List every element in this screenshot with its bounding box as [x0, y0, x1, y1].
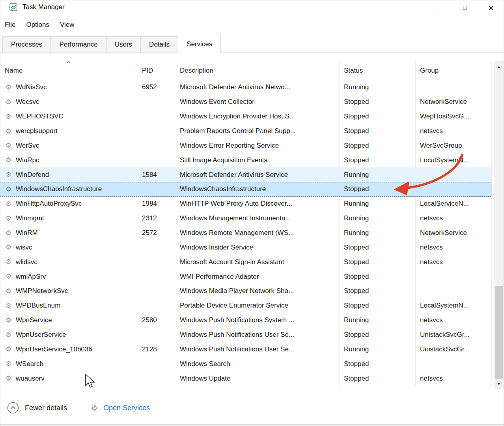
column-header-description[interactable]: Description [175, 61, 339, 80]
service-row[interactable]: ⚙WinRM2572Windows Remote Management (WS.… [0, 226, 491, 240]
menu-item-options[interactable]: Options [26, 21, 49, 29]
service-description-cell: Windows Push Notifications System ... [175, 313, 339, 328]
tab-processes[interactable]: Processes [2, 36, 51, 53]
tab-performance[interactable]: Performance [50, 36, 106, 53]
title-bar: Task Manager — □ × [0, 0, 504, 16]
service-row[interactable]: ⚙WSearchWindows SearchStopped [0, 357, 491, 371]
service-name-cell: ⚙Winmgmt [0, 211, 137, 226]
service-group: netsvcs [420, 375, 443, 383]
service-pid-cell [137, 298, 175, 313]
service-status-cell: Stopped [339, 95, 415, 109]
service-row[interactable]: ⚙WpnUserService_10b0362128Windows Push N… [0, 342, 491, 357]
service-row[interactable]: ⚙WindowsChaosInfrastructureWindowsChaosI… [0, 182, 491, 197]
service-row[interactable]: ⚙Winmgmt2312Windows Management Instrumen… [0, 211, 491, 226]
service-group: WerSvcGroup [420, 142, 462, 150]
service-gear-icon: ⚙ [6, 272, 16, 281]
service-status: Stopped [344, 156, 369, 164]
service-row[interactable]: ⚙WerSvcWindows Error Reporting ServiceSt… [0, 138, 491, 153]
scrollbar-down-button[interactable]: ▼ [494, 379, 504, 389]
service-row[interactable]: ⚙WpnUserServiceWindows Push Notification… [0, 328, 491, 342]
service-description-cell: Windows Encryption Provider Host S... [175, 109, 339, 124]
service-status: Stopped [344, 287, 369, 295]
service-name-cell: ⚙wercplsupport [0, 124, 137, 139]
service-pid-cell [137, 124, 175, 139]
service-description: Windows Encryption Provider Host S... [180, 113, 295, 120]
column-header-pid[interactable]: PID [137, 61, 175, 80]
tab-details[interactable]: Details [140, 36, 178, 53]
service-description-cell: Windows Insider Service [175, 240, 339, 255]
minimize-icon: — [436, 5, 442, 11]
sort-ascending-indicator: ^ [67, 60, 71, 66]
open-services-label: Open Services [103, 404, 150, 412]
minimize-button[interactable]: — [426, 0, 452, 16]
service-name: Winmgmt [16, 214, 44, 222]
service-name-cell: ⚙Wecsvc [0, 95, 137, 109]
column-header-group[interactable]: Group [415, 61, 491, 80]
service-row[interactable]: ⚙WinHttpAutoProxySvc1984WinHTTP Web Prox… [0, 197, 491, 211]
service-status: Stopped [344, 360, 369, 368]
column-label: PID [142, 67, 153, 75]
service-row[interactable]: ⚙wuauservWindows UpdateStoppednetsvcs [0, 371, 491, 386]
service-row[interactable]: ⚙WMPNetworkSvcWindows Media Player Netwo… [0, 284, 491, 298]
maximize-button[interactable]: □ [452, 0, 478, 16]
open-services-link[interactable]: ⚙ Open Services [91, 401, 150, 415]
task-manager-app-icon [9, 3, 17, 11]
column-header-name[interactable]: Name^ [0, 61, 137, 80]
service-group: LocalSystemN... [420, 302, 469, 310]
service-description: Windows Media Player Network Sha... [180, 287, 294, 295]
service-row[interactable]: ⚙WpnService2580Windows Push Notification… [0, 313, 491, 328]
service-description-cell: Windows Remote Management (WS... [175, 226, 339, 240]
service-description: Windows Update [180, 375, 231, 383]
service-status-cell: Stopped [339, 328, 415, 342]
service-status-cell: Stopped [339, 298, 415, 313]
service-name: WpnUserService [16, 331, 66, 339]
tab-services[interactable]: Services [178, 35, 221, 53]
service-row[interactable]: ⚙wlidsvcMicrosoft Account Sign-in Assist… [0, 255, 491, 269]
service-name: WMPNetworkSvc [16, 287, 68, 295]
service-group-cell [415, 182, 491, 197]
service-description-cell: Problem Reports Control Panel Supp... [175, 124, 339, 139]
service-name: wmiApSrv [16, 273, 46, 281]
service-name-cell: ⚙wuauserv [0, 371, 137, 386]
service-row[interactable]: ⚙WecsvcWindows Event CollectorStoppedNet… [0, 95, 491, 109]
service-row[interactable]: ⚙wmiApSrvWMI Performance AdapterStopped [0, 269, 491, 284]
service-status-cell: Stopped [339, 109, 415, 124]
service-row[interactable]: ⚙wisvcWindows Insider ServiceStoppednets… [0, 240, 491, 255]
service-name: WinDefend [16, 171, 49, 179]
service-group: netsvcs [420, 214, 443, 222]
menu-item-file[interactable]: File [5, 21, 15, 29]
service-name-cell: ⚙wlidsvc [0, 255, 137, 269]
service-row[interactable]: ⚙WinDefend1584Microsoft Defender Antivir… [0, 167, 491, 182]
service-status: Running [344, 214, 369, 222]
menu-item-view[interactable]: View [60, 21, 75, 29]
service-row[interactable]: ⚙WEPHOSTSVCWindows Encryption Provider H… [0, 109, 491, 124]
service-group-cell [415, 284, 491, 298]
vertical-scrollbar[interactable]: ▲ ▼ [494, 61, 504, 389]
service-group: LocalSystemN... [420, 156, 469, 164]
service-group: UnistackSvcGr... [420, 331, 470, 339]
scroll-up-icon: ▲ [497, 64, 501, 69]
column-header-status[interactable]: Status [339, 61, 415, 80]
service-group-cell: netsvcs [415, 240, 491, 255]
scrollbar-thumb[interactable] [495, 286, 503, 379]
service-row[interactable]: ⚙wercplsupportProblem Reports Control Pa… [0, 124, 491, 139]
service-row[interactable]: ⚙WPDBusEnumPortable Device Enumerator Se… [0, 298, 491, 313]
service-name: wuauserv [16, 375, 45, 383]
service-description-cell: Windows Error Reporting Service [175, 138, 339, 153]
service-row[interactable]: ⚙WiaRpcStill Image Acquisition EventsSto… [0, 153, 491, 167]
service-status-cell: Running [339, 80, 415, 95]
service-description: Windows Management Instrumenta... [180, 214, 291, 222]
service-pid-cell: 1584 [137, 167, 175, 182]
tab-users[interactable]: Users [106, 36, 141, 53]
service-name: wisvc [16, 244, 32, 251]
scrollbar-up-button[interactable]: ▲ [494, 61, 504, 71]
service-group-cell: NetworkService [415, 95, 491, 109]
service-row[interactable]: ⚙WdNisSvc6952Microsoft Defender Antiviru… [0, 80, 491, 95]
service-description: Microsoft Defender Antivirus Service [180, 171, 288, 179]
close-button[interactable]: × [478, 0, 504, 16]
service-group: netsvcs [420, 316, 443, 324]
fewer-details-button[interactable]: Fewer details [7, 401, 67, 415]
service-status: Stopped [344, 98, 369, 106]
service-pid-cell: 2580 [137, 313, 175, 328]
service-status-cell: Stopped [339, 284, 415, 298]
